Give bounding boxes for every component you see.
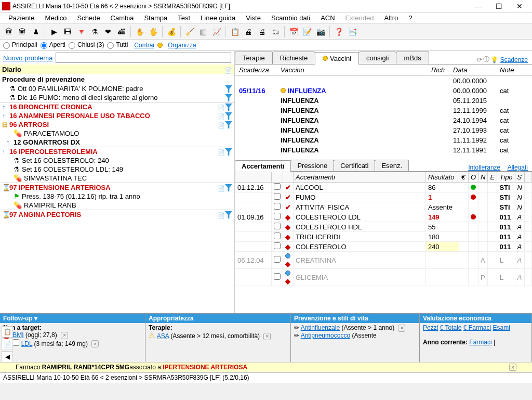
tbtn-chart[interactable]: 📈	[210, 25, 223, 38]
subtab-pressione[interactable]: Pressione	[290, 160, 334, 171]
problem-child[interactable]: 💊PARACETAMOLO	[0, 129, 234, 138]
accertamento-row[interactable]: 06.12.04◆CREATININAALA	[235, 252, 532, 269]
funnel-icon[interactable]	[225, 112, 232, 120]
tbtn-3[interactable]: ♟	[30, 25, 42, 38]
prob-item[interactable]: ⚗ Dic 16 FUMO: meno di dieci sigarette a…	[0, 93, 234, 102]
funnel-icon[interactable]	[225, 121, 232, 128]
subtab-esenz[interactable]: Esenz.	[375, 160, 409, 171]
tbtn-stack[interactable]: 🗂	[269, 25, 282, 38]
tbtn-play[interactable]: ▶	[48, 25, 60, 38]
tbtn-film[interactable]: 🎞	[61, 25, 74, 38]
doc-icon[interactable]	[218, 104, 225, 111]
link-contrai[interactable]: Contrai	[134, 42, 154, 49]
sidetool-3[interactable]: ◀	[2, 351, 13, 363]
accertamento-row[interactable]: ◆GLICEMIAPLA	[235, 269, 532, 286]
funnel-icon[interactable]	[225, 211, 232, 218]
dismiss-button[interactable]: ×	[398, 325, 405, 332]
vaccine-row[interactable]: INFLUENZA11.11.1992cat	[235, 135, 532, 145]
problem-child[interactable]: 💊SIMVASTATINA TEC	[0, 174, 234, 183]
accertamento-row[interactable]: 01.12.16✔ALCOOL86STIN	[235, 183, 532, 192]
tbtn-cam[interactable]: 📷	[314, 25, 327, 38]
dismiss-button[interactable]: ×	[61, 332, 68, 339]
panel-prev-header[interactable]: Prevenzione e stili di vita	[291, 314, 419, 323]
tbtn-money[interactable]: 💰	[165, 25, 178, 38]
tab-terapie[interactable]: Terapie	[235, 51, 273, 64]
help-icon[interactable]: ⓘ	[483, 55, 489, 64]
problem-child[interactable]: ⚗Set 16 COLESTEROLO: 240	[0, 156, 234, 165]
radio-chiusi[interactable]	[69, 42, 75, 49]
menu-scambiodati[interactable]: Scambio dati	[266, 13, 315, 23]
problem-row[interactable]: ↑16 ANAMNESI PERSONALE USO TABACCO	[0, 111, 234, 120]
problem-child[interactable]: ⚗Set 16 COLESTEROLO LDL: 149	[0, 165, 234, 174]
radio-tutti[interactable]	[107, 42, 114, 49]
close-button[interactable]: ✕	[509, 0, 530, 12]
tbtn-flask[interactable]: ⚗	[88, 25, 101, 38]
subtab-certificati[interactable]: Certificati	[334, 160, 375, 171]
minimize-button[interactable]: —	[468, 0, 488, 12]
menu-schede[interactable]: Schede	[72, 13, 105, 23]
bulb-icon[interactable]: 💡	[490, 56, 498, 63]
panel-appropr-header[interactable]: Appropriatezza	[145, 314, 290, 323]
tab-vaccini[interactable]: Vaccini	[315, 52, 359, 64]
menu-test[interactable]: Test	[172, 13, 195, 23]
antipneu-link[interactable]: Antipneumococco	[301, 332, 350, 339]
new-problem-link[interactable]: Nuovo problema	[3, 54, 52, 62]
problem-child[interactable]: 💊RAMIPRIL RANB	[0, 201, 234, 210]
ldl-checkbox[interactable]	[12, 339, 19, 346]
info-icon[interactable]: ⟳	[477, 56, 482, 63]
vaccine-row[interactable]: INFLUENZA27.10.1993cat	[235, 125, 532, 135]
radio-principali[interactable]	[3, 42, 10, 49]
tbtn-1[interactable]: 🏛	[3, 25, 15, 38]
tbtn-print2[interactable]: 🖨	[256, 25, 268, 38]
intolleranze-link[interactable]: Intolleranze	[468, 164, 500, 171]
efarmaci-link[interactable]: € Farmaci	[463, 324, 491, 331]
funnel-icon[interactable]	[225, 104, 232, 111]
menu-altro[interactable]: Altro	[379, 13, 404, 23]
prob-item[interactable]: ⚗ Ott 00 FAMILIARITA' K POLMONE: padre	[0, 84, 234, 93]
doc-icon[interactable]	[218, 112, 225, 120]
vaccine-row[interactable]: INFLUENZA05.11.2015	[235, 96, 532, 106]
doc-icon[interactable]	[218, 184, 225, 191]
doc-icon[interactable]	[218, 211, 225, 218]
radio-aperti[interactable]	[41, 42, 47, 49]
dismiss-button[interactable]: ×	[91, 340, 99, 347]
pezzi-link[interactable]: Pezzi	[423, 324, 438, 331]
tbtn-grid[interactable]: ▦	[197, 25, 209, 38]
problem-row[interactable]: ↑16 IPERCOLESTEROLEMIA	[0, 147, 234, 156]
tbtn-heart[interactable]: ❤	[102, 25, 114, 38]
tbtn-cal1[interactable]: 📅	[287, 25, 300, 38]
radio-principali-label[interactable]: Principali	[3, 41, 37, 48]
bmi-link[interactable]: BMI	[12, 331, 23, 339]
vaccine-row[interactable]: INFLUENZA12.11.1999cat	[235, 106, 532, 115]
menu-cambia[interactable]: Cambia	[105, 13, 139, 23]
antiinf-link[interactable]: Antinfluenzale	[301, 324, 340, 331]
problem-child[interactable]: ⚑Press. 138-75 (01.12.16) rip. tra 1 ann…	[0, 192, 234, 201]
panel-followup-header[interactable]: Follow-up ▾	[0, 314, 145, 323]
funnel-icon[interactable]	[225, 148, 232, 156]
problem-row[interactable]: ⌛97 IPERTENSIONE ARTERIOSA	[0, 183, 234, 192]
accertamento-row[interactable]: 01.09.16◆COLESTEROLO LDL149011A	[235, 212, 532, 222]
tab-mbds[interactable]: mBds	[396, 51, 429, 64]
tbtn-copy[interactable]: 📋	[229, 25, 241, 38]
accertamento-row[interactable]: ✔ATTIVITA' FISICAAssenteSTIN	[235, 202, 532, 212]
sidetool-1[interactable]: 📋	[2, 326, 13, 338]
vaccine-row[interactable]: INFLUENZA12.11.1991cat	[235, 145, 532, 155]
tbtn-city[interactable]: 🏙	[115, 25, 128, 38]
problem-row[interactable]: ↑16 BRONCHITE CRONICA	[0, 102, 234, 111]
tbtn-print1[interactable]: 🖨	[242, 25, 255, 38]
problem-child[interactable]: ↑12 GONARTROSI DX	[0, 138, 234, 147]
vaccine-row[interactable]: INFLUENZA24.10.1994cat	[235, 115, 532, 125]
tbtn-2[interactable]: 🏛	[16, 25, 29, 38]
accertamento-row[interactable]: ✔FUMO1STIN	[235, 192, 532, 202]
funnel-icon[interactable]	[225, 184, 232, 191]
diario-header[interactable]: Diario	[0, 64, 234, 74]
tbtn-copy2[interactable]: 📑	[346, 25, 358, 38]
tbtn-funnel[interactable]: 🔻	[75, 25, 87, 38]
accertamento-row[interactable]: ◆COLESTEROLO HDL55011A	[235, 222, 532, 232]
radio-tutti-label[interactable]: Tutti	[107, 41, 128, 48]
sidetool-2[interactable]: 📄	[2, 339, 13, 350]
vaccine-row[interactable]: 00.00.0000	[235, 76, 532, 86]
esami-link[interactable]: Esami	[493, 324, 510, 331]
farmaci-link[interactable]: Farmaci	[469, 339, 491, 346]
menu-paziente[interactable]: Paziente	[3, 13, 40, 23]
